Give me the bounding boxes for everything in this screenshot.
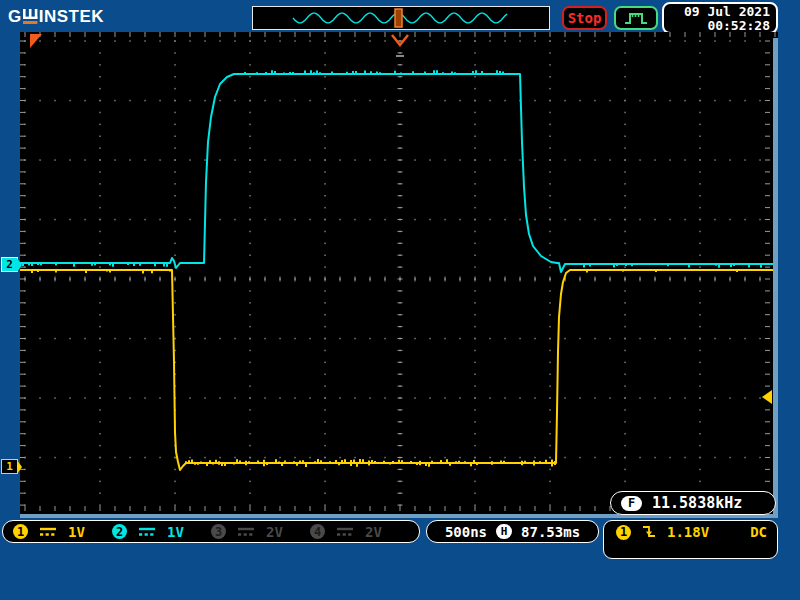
memory-waveform-thumbnail [253, 7, 549, 29]
channel-4-badge: 4 [310, 524, 325, 539]
channel-3-scale: 2V [266, 524, 283, 540]
acquisition-memory-preview[interactable] [252, 6, 550, 30]
datetime-display: 09 Jul 2021 00:52:28 [662, 2, 778, 34]
channel-4-status[interactable]: 4 2V [310, 524, 409, 540]
frequency-value: 11.5838kHz [652, 494, 742, 512]
brand-orange-underline [23, 21, 37, 24]
pulse-waveform-icon [623, 10, 649, 26]
ch1-marker-label: 1 [6, 460, 13, 473]
trigger-source-badge: 1 [616, 525, 631, 540]
run-stop-indicator[interactable]: Stop [562, 6, 607, 30]
ch2-marker-label: 2 [6, 258, 13, 271]
channel-3-status[interactable]: 3 2V [211, 524, 310, 540]
trigger-level-value: 1.18V [667, 524, 709, 540]
horizontal-position: 87.53ms [521, 524, 580, 540]
channel-1-badge: 1 [13, 524, 28, 539]
brand-w-glyph-icon [23, 9, 38, 25]
dc-coupling-icon [237, 526, 255, 537]
trigger-coupling-label: DC [750, 524, 767, 540]
horizontal-icon: H [496, 524, 512, 539]
scope-display [20, 32, 778, 518]
channel-4-scale: 2V [365, 524, 382, 540]
falling-edge-icon [641, 524, 657, 540]
timebase-status[interactable]: 500ns H 87.53ms [426, 520, 599, 543]
frequency-readout: F 11.5838kHz [610, 491, 776, 515]
oscilloscope-ui: { "header": { "brand_g": "G", "brand_res… [0, 0, 800, 600]
channel-status-bar: 1 1V 2 1V 3 2V 4 2V [2, 520, 420, 543]
time-label: 00:52:28 [664, 19, 770, 33]
dc-coupling-icon [336, 526, 354, 537]
run-stop-label: Stop [568, 10, 602, 26]
timebase-scale: 500ns [445, 524, 487, 540]
ch2-position-marker[interactable]: 2 [1, 257, 18, 272]
brand-letter-g: G [8, 7, 22, 27]
channel-3-badge: 3 [211, 524, 226, 539]
date-label: 09 Jul 2021 [664, 5, 770, 19]
channel-2-status[interactable]: 2 1V [112, 524, 211, 540]
brand-letters-instek: INSTEK [39, 7, 104, 27]
channel-2-scale: 1V [167, 524, 184, 540]
trigger-type-indicator[interactable] [614, 6, 658, 30]
ch1-position-marker[interactable]: 1 [1, 459, 18, 474]
channel-1-status[interactable]: 1 1V [13, 524, 112, 540]
ch1-marker-arrow-icon [17, 460, 22, 474]
ch2-marker-arrow-icon [17, 258, 22, 272]
trigger-status[interactable]: 1 1.18V DC [603, 520, 778, 559]
waveform-plot [20, 32, 778, 518]
dc-coupling-icon [138, 526, 156, 537]
channel-1-scale: 1V [68, 524, 85, 540]
memory-window-strip-vertical [773, 38, 778, 515]
brand-logo: G INSTEK [8, 7, 104, 27]
dc-coupling-icon [39, 526, 57, 537]
frequency-icon: F [621, 496, 642, 511]
channel-2-badge: 2 [112, 524, 127, 539]
